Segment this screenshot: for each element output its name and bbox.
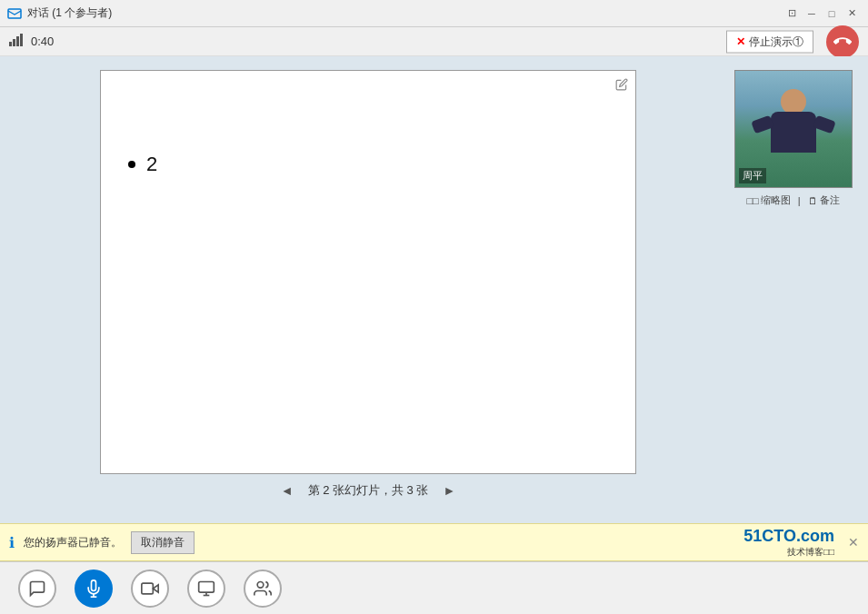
- next-slide-button[interactable]: ►: [437, 481, 461, 500]
- svg-marker-7: [153, 584, 158, 591]
- participants-button[interactable]: [244, 569, 282, 608]
- arm-left: [751, 115, 773, 134]
- title-bar: 对话 (1 个参与者) ⊡ ─ □ ✕: [0, 0, 868, 27]
- person-head: [781, 89, 806, 114]
- notes-label: 备注: [820, 193, 840, 207]
- slide-frame: 2: [100, 70, 636, 474]
- microphone-button[interactable]: [75, 569, 113, 608]
- svg-rect-4: [20, 34, 23, 46]
- divider: |: [798, 195, 801, 206]
- slide-info: 第 2 张幻灯片，共 3 张: [308, 482, 429, 499]
- svg-rect-8: [142, 583, 154, 594]
- participant-video: 周平: [734, 70, 853, 188]
- timer-bar: 0:40 ✕ 停止演示①: [0, 27, 868, 56]
- sidebar-actions: □□ 缩略图 | 🗒 备注: [746, 193, 839, 207]
- stop-presentation-button[interactable]: ✕ 停止演示①: [726, 30, 813, 53]
- end-call-button[interactable]: [826, 25, 859, 58]
- svg-point-12: [257, 581, 264, 588]
- participant-name: 周平: [739, 168, 766, 183]
- screen-share-button[interactable]: [187, 569, 225, 608]
- svg-rect-0: [8, 9, 21, 18]
- minimize-button[interactable]: ─: [803, 5, 821, 23]
- thumbnail-label: 缩略图: [761, 193, 791, 207]
- restore-button[interactable]: ⊡: [783, 5, 801, 23]
- slide-content: 2: [101, 71, 635, 203]
- info-icon: ℹ: [9, 534, 15, 551]
- edit-icon[interactable]: [615, 78, 628, 94]
- signal-icon: [9, 34, 25, 49]
- main-area: 2 ◄ 第 2 张幻灯片，共 3 张 ► 周平 □□ 缩略图: [0, 56, 868, 523]
- svg-rect-3: [16, 36, 19, 46]
- close-button[interactable]: ✕: [843, 5, 861, 23]
- close-notification-button[interactable]: ✕: [848, 535, 859, 550]
- window-controls: ⊡ ─ □ ✕: [783, 5, 861, 23]
- svg-rect-2: [13, 39, 15, 46]
- svg-rect-9: [199, 581, 215, 592]
- person-arms: [753, 118, 834, 136]
- arm-right: [813, 115, 835, 134]
- slide-navigation: ◄ 第 2 张幻灯片，共 3 张 ►: [275, 481, 462, 500]
- video-button[interactable]: [131, 569, 169, 608]
- stop-x-icon: ✕: [736, 35, 745, 48]
- call-timer: 0:40: [31, 35, 54, 48]
- right-sidebar: 周平 □□ 缩略图 | 🗒 备注: [732, 70, 854, 207]
- bullet-item: 2: [128, 153, 608, 176]
- notification-text: 您的扬声器已静音。: [24, 535, 122, 550]
- unmute-button[interactable]: 取消静音: [131, 531, 195, 554]
- stop-label: 停止演示①: [749, 34, 803, 49]
- notes-action[interactable]: 🗒 备注: [808, 193, 840, 207]
- watermark: 51CTO.com 技术博客□□: [743, 527, 834, 559]
- prev-slide-button[interactable]: ◄: [275, 481, 299, 500]
- watermark-sub: 技术博客□□: [787, 546, 834, 559]
- notes-icon: 🗒: [808, 195, 818, 206]
- bullet-text: 2: [146, 153, 157, 176]
- svg-rect-1: [9, 42, 12, 46]
- app-icon: [7, 6, 22, 21]
- slide-container: 2 ◄ 第 2 张幻灯片，共 3 张 ►: [14, 70, 723, 500]
- maximize-button[interactable]: □: [823, 5, 841, 23]
- chat-button[interactable]: [18, 569, 56, 608]
- bottom-toolbar: [0, 561, 868, 614]
- thumbnail-icon: □□: [746, 195, 758, 206]
- thumbnail-action[interactable]: □□ 缩略图: [746, 193, 790, 207]
- window-title: 对话 (1 个参与者): [27, 5, 783, 21]
- bullet-dot: [128, 161, 135, 168]
- watermark-logo: 51CTO.com: [743, 527, 834, 546]
- notification-bar: ℹ 您的扬声器已静音。 取消静音 51CTO.com 技术博客□□ ✕: [0, 523, 868, 561]
